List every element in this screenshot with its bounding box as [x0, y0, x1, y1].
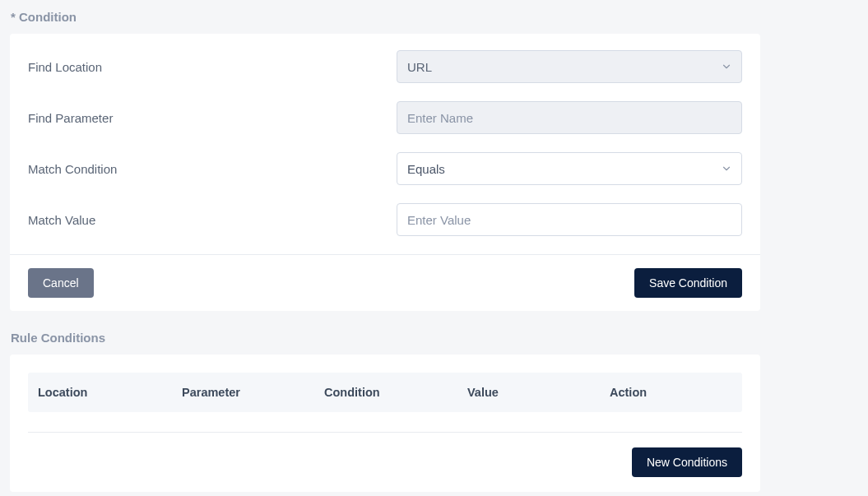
row-find-parameter: Find Parameter	[28, 101, 742, 134]
rule-conditions-footer: New Conditions	[28, 432, 742, 477]
select-match-condition[interactable]: Equals	[397, 152, 742, 185]
col-header-action: Action	[610, 386, 732, 399]
col-header-condition: Condition	[324, 386, 467, 399]
col-header-value: Value	[467, 386, 610, 399]
save-condition-button[interactable]: Save Condition	[634, 268, 742, 298]
select-find-location-value: URL	[407, 60, 432, 74]
select-find-location[interactable]: URL	[397, 50, 742, 83]
label-match-condition: Match Condition	[28, 162, 397, 176]
row-match-value: Match Value	[28, 203, 742, 236]
label-match-value: Match Value	[28, 213, 397, 227]
rule-conditions-panel: Location Parameter Condition Value Actio…	[10, 355, 760, 492]
condition-form-footer: Cancel Save Condition	[10, 255, 760, 311]
row-match-condition: Match Condition Equals	[28, 152, 742, 185]
condition-form-panel: Find Location URL Find Parameter Match C…	[10, 34, 760, 311]
rule-conditions-title: Rule Conditions	[11, 331, 858, 345]
row-find-location: Find Location URL	[28, 50, 742, 83]
input-find-parameter[interactable]	[397, 101, 742, 134]
table-header-row: Location Parameter Condition Value Actio…	[28, 373, 742, 412]
select-match-condition-value: Equals	[407, 162, 445, 176]
col-header-parameter: Parameter	[182, 386, 324, 399]
label-find-parameter: Find Parameter	[28, 111, 397, 125]
condition-section-title: * Condition	[11, 10, 858, 24]
condition-form-body: Find Location URL Find Parameter Match C…	[10, 34, 760, 255]
cancel-button[interactable]: Cancel	[28, 268, 94, 298]
col-header-location: Location	[38, 386, 182, 399]
new-conditions-button[interactable]: New Conditions	[632, 447, 742, 477]
input-match-value[interactable]	[397, 203, 742, 236]
label-find-location: Find Location	[28, 60, 397, 74]
